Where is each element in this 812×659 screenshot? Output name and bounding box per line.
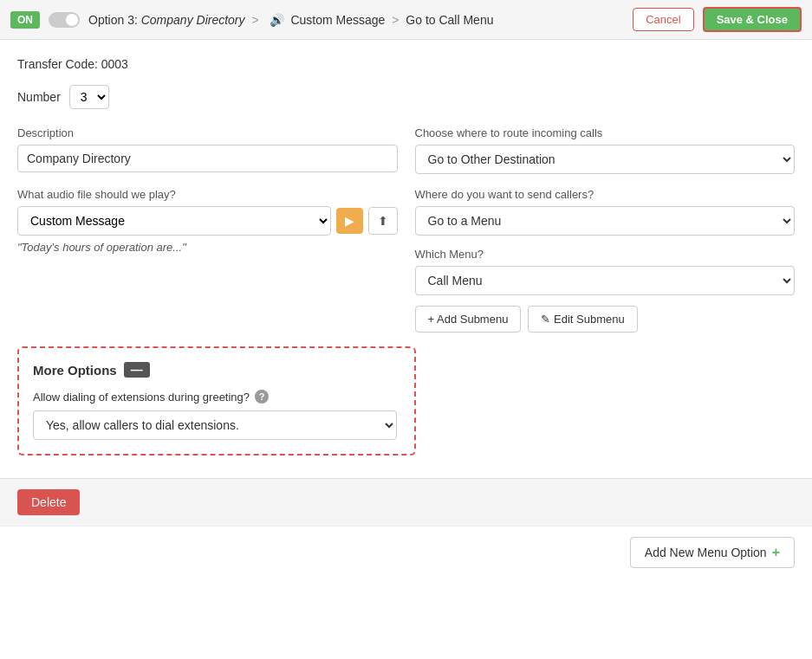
extension-select[interactable]: Yes, allow callers to dial extensions. N… (33, 410, 397, 440)
description-label: Description (17, 126, 398, 139)
add-submenu-button[interactable]: + Add Submenu (415, 306, 522, 333)
header-breadcrumb: Option 3: Company Directory > 🔊 Custom M… (88, 13, 624, 27)
submenu-row: + Add Submenu ✎ Edit Submenu (415, 306, 796, 333)
bottom-right-bar: Add New Menu Option + (0, 526, 812, 578)
more-options-title: More Options (33, 363, 117, 378)
audio-destination-row: What audio file should we play? Custom M… (17, 188, 795, 333)
upload-button[interactable]: ⬆ (368, 207, 398, 235)
toggle-on-button[interactable]: ON (10, 11, 40, 29)
more-options-header: More Options — (33, 362, 400, 378)
which-menu-select[interactable]: Call Menu Main Menu Support Menu (415, 266, 796, 295)
help-icon[interactable]: ? (255, 390, 269, 404)
destination-col: Where do you want to send callers? Go to… (415, 188, 796, 333)
more-options-box: More Options — Allow dialing of extensio… (17, 346, 416, 455)
audio-select[interactable]: Custom Message Default Greeting No Audio (17, 206, 331, 236)
audio-caption: "Today's hours of operation are..." (17, 241, 398, 254)
destination-label: Where do you want to send callers? (415, 188, 796, 201)
extension-label-row: Allow dialing of extensions during greet… (33, 390, 400, 404)
save-close-button[interactable]: Save & Close (703, 7, 802, 32)
number-label: Number (17, 90, 61, 104)
route-select[interactable]: Go to Other Destination Go to Voicemail … (415, 145, 796, 174)
destination-select[interactable]: Go to a Menu Go to Voicemail Go to an Ex… (415, 206, 796, 236)
breadcrumb-sep1: > (251, 13, 258, 27)
menu-breadcrumb-text: Go to Call Menu (406, 13, 493, 27)
company-directory-label: Company Directory (141, 13, 245, 27)
footer-bar: Delete (0, 478, 812, 526)
route-label: Choose where to route incoming calls (415, 126, 796, 139)
play-button[interactable]: ▶ (336, 208, 363, 234)
speaker-icon: 🔊 (270, 13, 284, 27)
description-col: Description (17, 126, 398, 174)
toggle-slider[interactable] (49, 12, 80, 28)
option-label: Option 3: (88, 13, 138, 27)
main-content: Transfer Code: 0003 Number 3 1 2 4 5 Des… (0, 40, 812, 478)
audio-breadcrumb: Custom Message (290, 13, 385, 27)
collapse-button[interactable]: — (124, 362, 150, 378)
description-input[interactable] (17, 145, 398, 172)
route-col: Choose where to route incoming calls Go … (415, 126, 796, 174)
audio-col: What audio file should we play? Custom M… (17, 188, 398, 333)
which-menu-label: Which Menu? (415, 248, 796, 261)
delete-button[interactable]: Delete (17, 489, 80, 515)
audio-row: Custom Message Default Greeting No Audio… (17, 206, 398, 236)
plus-icon: + (772, 545, 780, 560)
number-row: Number 3 1 2 4 5 (17, 85, 795, 109)
cancel-button[interactable]: Cancel (633, 8, 693, 31)
description-route-row: Description Choose where to route incomi… (17, 126, 795, 174)
add-new-menu-option-button[interactable]: Add New Menu Option + (630, 537, 795, 568)
add-new-label: Add New Menu Option (645, 546, 767, 559)
audio-label: What audio file should we play? (17, 188, 398, 201)
edit-submenu-button[interactable]: ✎ Edit Submenu (528, 306, 637, 333)
transfer-code: Transfer Code: 0003 (17, 57, 795, 71)
number-select[interactable]: 3 1 2 4 5 (69, 85, 109, 109)
header-bar: ON Option 3: Company Directory > 🔊 Custo… (0, 0, 812, 40)
breadcrumb-sep2: > (392, 13, 399, 27)
extension-label: Allow dialing of extensions during greet… (33, 391, 250, 404)
